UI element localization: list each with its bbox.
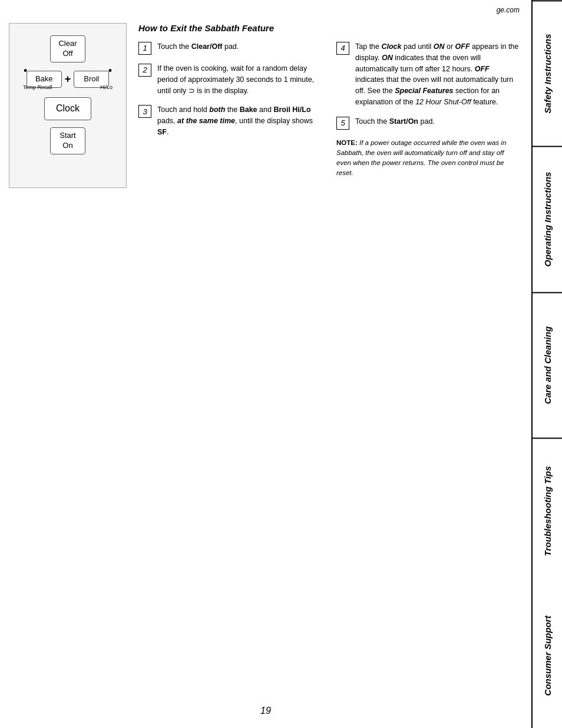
clock-button[interactable]: Clock — [44, 97, 91, 120]
step-4: 4 Tap the Clock pad until ON or OFF appe… — [336, 41, 520, 108]
step-4-text: Tap the Clock pad until ON or OFF appear… — [355, 41, 520, 108]
website-label: ge.com — [497, 6, 520, 14]
step-5-num: 5 — [336, 117, 349, 130]
step-3: 3 Touch and hold both the Bake and Broil… — [138, 104, 322, 137]
step-3-num: 3 — [138, 105, 151, 118]
left-steps: 1 Touch the Clear/Off pad. 2 If the oven… — [138, 41, 322, 179]
sidebar-safety[interactable]: Safety Instructions — [533, 0, 562, 146]
header: ge.com — [0, 0, 531, 17]
keypad-panel: Clear Off • • Bake + Broil Temp Recall H… — [9, 23, 127, 188]
sub-labels-row: Temp Recall Hi/Lo — [18, 84, 117, 90]
instructions-panel: How to Exit the Sabbath Feature 1 Touch … — [138, 23, 520, 188]
step-2: 2 If the oven is cooking, wait for a ran… — [138, 63, 322, 96]
plus-sign: + — [65, 73, 71, 85]
content-area: Clear Off • • Bake + Broil Temp Recall H… — [0, 17, 531, 188]
main-content: ge.com Clear Off • • Bake + Broil Temp R… — [0, 0, 531, 728]
step-2-text: If the oven is cooking, wait for a rando… — [157, 63, 322, 96]
start-on-button[interactable]: Start On — [50, 127, 85, 154]
note-section: NOTE: If a power outage occurred while t… — [336, 138, 520, 179]
step-5-text: Touch the Start/On pad. — [355, 116, 520, 130]
section-title: How to Exit the Sabbath Feature — [138, 23, 520, 33]
right-sidebar: Safety Instructions Operating Instructio… — [531, 0, 562, 728]
step-2-num: 2 — [138, 64, 151, 77]
step-4-num: 4 — [336, 42, 349, 55]
step-3-text: Touch and hold both the Bake and Broil H… — [157, 104, 322, 137]
clear-off-button[interactable]: Clear Off — [50, 35, 85, 62]
temp-recall-label: Temp Recall — [23, 84, 52, 90]
two-column-layout: 1 Touch the Clear/Off pad. 2 If the oven… — [138, 41, 520, 179]
sidebar-consumer[interactable]: Consumer Support — [533, 584, 562, 728]
step-1-text: Touch the Clear/Off pad. — [157, 41, 322, 55]
sidebar-care[interactable]: Care and Cleaning — [533, 292, 562, 437]
sidebar-troubleshooting[interactable]: Troubleshooting Tips — [533, 437, 562, 583]
sidebar-operating[interactable]: Operating Instructions — [533, 146, 562, 291]
step-1-num: 1 — [138, 42, 151, 55]
step-1: 1 Touch the Clear/Off pad. — [138, 41, 322, 55]
page-number: 19 — [260, 706, 271, 716]
right-steps: 4 Tap the Clock pad until ON or OFF appe… — [336, 41, 520, 179]
hi-lo-label: Hi/Lo — [100, 84, 113, 90]
step-5: 5 Touch the Start/On pad. — [336, 116, 520, 130]
